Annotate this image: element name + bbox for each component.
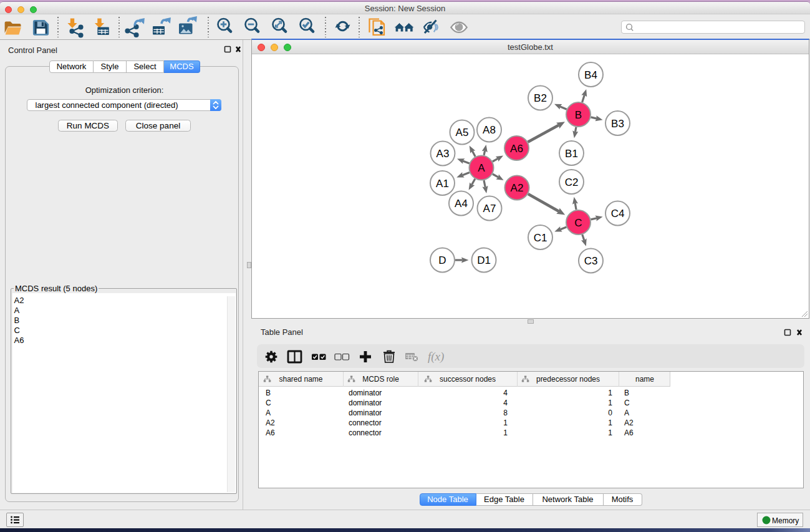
- svg-text:C1: C1: [534, 232, 547, 244]
- svg-text:A7: A7: [483, 203, 496, 215]
- svg-text:A2: A2: [511, 182, 524, 194]
- svg-text:C4: C4: [611, 208, 625, 220]
- svg-text:D1: D1: [477, 254, 491, 266]
- svg-text:A6: A6: [510, 143, 523, 155]
- svg-text:D: D: [438, 254, 446, 266]
- svg-text:A4: A4: [455, 198, 468, 210]
- svg-text:A8: A8: [483, 124, 496, 136]
- svg-text:B3: B3: [611, 118, 624, 130]
- svg-text:A5: A5: [456, 127, 469, 138]
- svg-text:C2: C2: [565, 177, 579, 188]
- svg-text:B1: B1: [565, 148, 578, 160]
- svg-text:A1: A1: [436, 178, 449, 190]
- svg-text:C3: C3: [584, 255, 598, 267]
- svg-text:B: B: [575, 109, 582, 121]
- svg-text:B2: B2: [534, 92, 547, 104]
- svg-text:A3: A3: [436, 148, 450, 160]
- svg-text:B4: B4: [584, 69, 597, 81]
- svg-text:f(x): f(x): [428, 350, 444, 364]
- svg-text:C: C: [574, 217, 582, 229]
- svg-text:A: A: [478, 162, 485, 174]
